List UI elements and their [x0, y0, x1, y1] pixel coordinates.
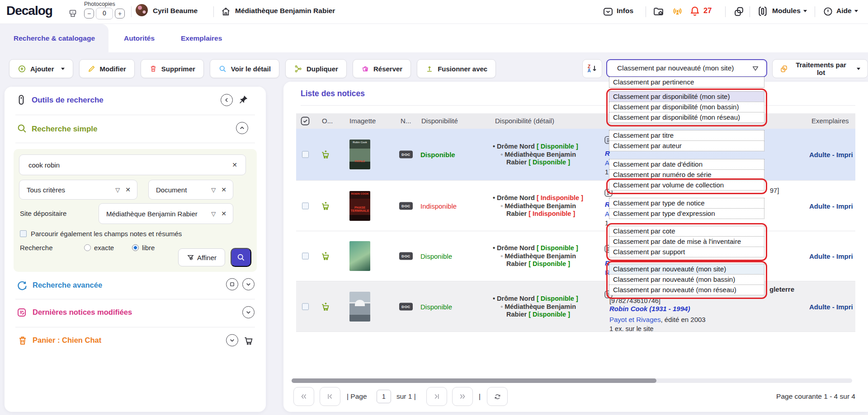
- last-page-button[interactable]: [452, 387, 473, 406]
- site-name[interactable]: Médiathèque Benjamin Rabier: [235, 7, 335, 15]
- page-number-input[interactable]: [377, 390, 391, 403]
- delete-button[interactable]: Supprimer: [141, 59, 204, 78]
- photocopies-decrement-button[interactable]: −: [84, 9, 94, 19]
- sort-option-volume[interactable]: Classement par volume de collection: [609, 180, 764, 191]
- sort-option-dispo-site[interactable]: Classement par disponibilité (mon site): [609, 91, 764, 102]
- advanced-search-title[interactable]: Recherche avancée: [33, 281, 102, 289]
- basket-cart-icon[interactable]: [243, 335, 254, 346]
- col-header-o[interactable]: O...: [322, 117, 333, 125]
- add-button[interactable]: Ajouter: [9, 59, 73, 78]
- mode-exact-radio[interactable]: [84, 244, 91, 251]
- notifications-bell-icon[interactable]: [689, 5, 701, 17]
- col-header-n[interactable]: N...: [401, 117, 411, 125]
- table-row[interactable]: ROBIN COOK PHASE TERMINALE DOC Indisponi…: [296, 181, 855, 231]
- edit-button[interactable]: Modifier: [79, 59, 135, 78]
- user-name[interactable]: Cyril Beaume: [153, 7, 198, 15]
- horizontal-scrollbar-thumb[interactable]: [292, 378, 656, 383]
- add-to-basket-icon[interactable]: [321, 149, 330, 159]
- refresh-button[interactable]: [487, 387, 508, 406]
- row-checkbox[interactable]: [302, 151, 309, 158]
- merge-button[interactable]: Fusionner avec: [417, 59, 496, 78]
- pin-icon[interactable]: [238, 94, 249, 105]
- link-copy-icon[interactable]: [733, 6, 745, 17]
- doctype-select[interactable]: Document ▽ ✕: [148, 180, 233, 200]
- clear-site-icon[interactable]: ✕: [221, 210, 226, 217]
- help-info-icon[interactable]: [823, 6, 833, 17]
- expand-advanced-button[interactable]: [242, 278, 255, 290]
- next-page-button[interactable]: [426, 387, 447, 406]
- inbox-icon[interactable]: [603, 6, 613, 17]
- refine-button[interactable]: Affiner: [178, 248, 225, 266]
- table-row[interactable]: DOC Disponible • Drôme Nord [ Disponible…: [296, 231, 855, 281]
- first-page-button[interactable]: [293, 387, 314, 406]
- expand-last-modified-button[interactable]: [242, 306, 255, 318]
- sort-option-support[interactable]: Classement par support: [609, 247, 764, 257]
- broadcast-icon[interactable]: [672, 6, 683, 17]
- sort-option-nouveaute-reseau[interactable]: Classement par nouveauté (mon réseau): [609, 284, 764, 295]
- sort-option-inventaire[interactable]: Classement par date de mise à l'inventai…: [609, 236, 764, 247]
- col-header-disponibilite[interactable]: Disponibilité: [421, 117, 458, 125]
- book-cover-thumbnail[interactable]: [349, 292, 370, 322]
- view-detail-button[interactable]: Voir le détail: [210, 59, 279, 78]
- book-cover-thumbnail[interactable]: Robin Cook FATALE: [349, 140, 370, 169]
- collapse-panel-button[interactable]: [221, 94, 233, 106]
- sort-select[interactable]: Classement par nouveauté (mon site): [606, 59, 767, 77]
- tab-autorites[interactable]: Autorités: [124, 24, 155, 52]
- add-to-basket-icon[interactable]: [321, 302, 330, 312]
- mode-free-radio[interactable]: [132, 244, 139, 251]
- select-all-checkbox[interactable]: [300, 116, 311, 126]
- row-checkbox[interactable]: [302, 253, 309, 260]
- photocopies-count[interactable]: 0: [96, 8, 113, 19]
- book-cover-thumbnail[interactable]: ROBIN COOK PHASE TERMINALE: [349, 191, 370, 221]
- open-advanced-window-button[interactable]: [226, 278, 238, 290]
- help-menu[interactable]: Aide: [836, 7, 858, 15]
- modules-icon[interactable]: [757, 5, 769, 17]
- add-to-basket-icon[interactable]: [321, 251, 330, 261]
- sort-option-cote[interactable]: Classement par cote: [609, 226, 764, 237]
- sort-option-type-expression[interactable]: Classement par type d'expression: [609, 208, 764, 219]
- batch-actions-button[interactable]: Traitements par lot: [772, 59, 868, 78]
- modules-menu[interactable]: Modules: [772, 7, 807, 15]
- criteria-select[interactable]: Tous critères ▽ ✕: [19, 180, 137, 200]
- table-row[interactable]: DOC Disponible • Drôme Nord [ Disponible…: [296, 281, 855, 332]
- previous-page-button[interactable]: [320, 387, 340, 406]
- sort-option-pertinence[interactable]: Classement par pertinence: [609, 77, 764, 88]
- sort-option-dispo-reseau[interactable]: Classement par disponibilité (mon réseau…: [609, 112, 764, 123]
- sort-option-nouveaute-bassin[interactable]: Classement par nouveauté (mon bassin): [609, 274, 764, 285]
- col-header-exemplaires[interactable]: Exemplaires: [811, 117, 849, 125]
- add-to-basket-icon[interactable]: [321, 201, 330, 211]
- book-cover-thumbnail[interactable]: [349, 241, 370, 271]
- col-header-disponibilite-detail[interactable]: Disponibilité (détail): [495, 117, 554, 125]
- col-header-imagette[interactable]: Imagette: [349, 117, 376, 125]
- deposit-site-select[interactable]: Médiathèque Benjamin Rabier ▽ ✕: [99, 203, 233, 224]
- notice-publisher-link[interactable]: Payot et Rivages: [609, 316, 660, 323]
- tab-recherche-catalogage[interactable]: Recherche & catalogage: [14, 24, 108, 52]
- table-row[interactable]: Robin Cook FATALE DOC Disponible • Drôme…: [296, 129, 855, 181]
- row-checkbox[interactable]: [302, 303, 309, 310]
- clear-criteria-icon[interactable]: ✕: [125, 186, 131, 193]
- duplicate-button[interactable]: Dupliquer: [285, 59, 347, 78]
- notification-count-badge[interactable]: 27: [703, 6, 712, 15]
- sort-direction-button[interactable]: ZA: [582, 59, 602, 78]
- sort-option-date-edition[interactable]: Classement par date d'édition: [609, 159, 764, 170]
- clear-query-icon[interactable]: ✕: [232, 161, 237, 168]
- clear-doctype-icon[interactable]: ✕: [221, 186, 226, 193]
- photocopies-increment-button[interactable]: +: [115, 9, 125, 19]
- sort-option-titre[interactable]: Classement par titre: [609, 130, 764, 141]
- notice-author-link[interactable]: Robin Cook (1931 - 1994): [609, 305, 690, 312]
- user-avatar[interactable]: [136, 4, 148, 16]
- tab-exemplaires[interactable]: Exemplaires: [181, 24, 222, 52]
- reserve-button[interactable]: Réserver: [353, 59, 411, 78]
- expand-basket-button[interactable]: [226, 334, 238, 346]
- last-modified-title[interactable]: Dernières notices modifiées: [33, 308, 132, 317]
- sort-option-auteur[interactable]: Classement par auteur: [609, 140, 764, 151]
- search-query-field[interactable]: cook robin ✕: [19, 154, 246, 175]
- basket-title[interactable]: Panier : Chien Chat: [33, 336, 101, 345]
- folder-export-icon[interactable]: [653, 6, 664, 17]
- sort-option-numero-serie[interactable]: Classement par numéro de série: [609, 169, 764, 180]
- row-checkbox[interactable]: [302, 202, 309, 209]
- infos-link[interactable]: Infos: [617, 7, 633, 15]
- sort-option-nouveaute-site[interactable]: Classement par nouveauté (mon site): [609, 264, 764, 275]
- search-notes-checkbox[interactable]: [20, 230, 27, 237]
- sort-option-type-notice[interactable]: Classement par type de notice: [609, 198, 764, 209]
